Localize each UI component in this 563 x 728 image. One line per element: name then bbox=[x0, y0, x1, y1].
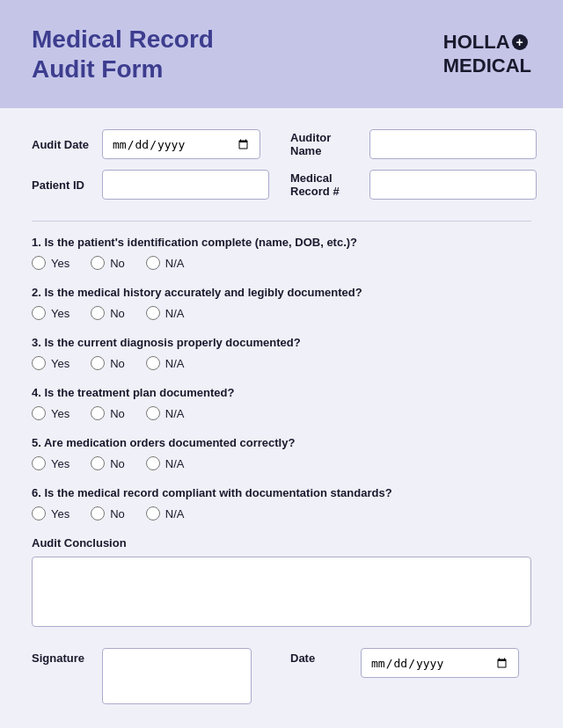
title-line1: Medical Record bbox=[32, 25, 214, 55]
q4-na-option[interactable]: N/A bbox=[146, 406, 185, 420]
q2-na-label: N/A bbox=[165, 307, 185, 320]
question-6-block: 6. Is the medical record compliant with … bbox=[32, 486, 531, 521]
audit-date-row: Audit Date bbox=[32, 129, 269, 159]
q2-no-label: No bbox=[110, 307, 125, 320]
q2-na-radio[interactable] bbox=[146, 306, 160, 320]
audit-date-input[interactable] bbox=[102, 129, 260, 159]
question-5-block: 5. Are medication orders documented corr… bbox=[32, 436, 531, 470]
q5-no-radio[interactable] bbox=[91, 456, 105, 470]
q1-no-option[interactable]: No bbox=[91, 256, 125, 270]
q1-no-radio[interactable] bbox=[91, 256, 105, 270]
q6-no-option[interactable]: No bbox=[91, 506, 125, 521]
question-2-block: 2. Is the medical history accurately and… bbox=[32, 286, 531, 320]
question-6-text: 6. Is the medical record compliant with … bbox=[32, 486, 531, 499]
q6-yes-label: Yes bbox=[51, 507, 69, 521]
q1-no-label: No bbox=[110, 257, 125, 270]
q5-yes-option[interactable]: Yes bbox=[32, 456, 69, 470]
q4-no-radio[interactable] bbox=[91, 406, 105, 420]
q4-na-radio[interactable] bbox=[146, 406, 160, 420]
q6-yes-option[interactable]: Yes bbox=[32, 506, 69, 521]
patient-id-label: Patient ID bbox=[32, 178, 93, 192]
signature-label: Signature bbox=[32, 648, 93, 665]
q1-yes-radio[interactable] bbox=[32, 256, 46, 270]
q1-yes-label: Yes bbox=[51, 257, 69, 270]
q2-yes-label: Yes bbox=[51, 307, 69, 320]
medical-record-input[interactable] bbox=[369, 170, 537, 200]
auditor-name-label: Auditor Name bbox=[290, 131, 361, 158]
plus-icon: + bbox=[512, 34, 528, 50]
q4-yes-radio[interactable] bbox=[32, 406, 46, 420]
question-3-options: Yes No N/A bbox=[32, 356, 531, 370]
question-1-options: Yes No N/A bbox=[32, 256, 531, 270]
q5-na-radio[interactable] bbox=[146, 456, 160, 470]
q3-no-label: No bbox=[110, 357, 125, 370]
q5-yes-label: Yes bbox=[51, 457, 69, 470]
q5-yes-radio[interactable] bbox=[32, 456, 46, 470]
question-1-block: 1. Is the patient's identification compl… bbox=[32, 236, 531, 270]
q1-na-option[interactable]: N/A bbox=[146, 256, 185, 270]
q3-na-radio[interactable] bbox=[146, 356, 160, 370]
question-4-block: 4. Is the treatment plan documented? Yes… bbox=[32, 386, 531, 420]
bottom-date-input[interactable] bbox=[361, 648, 519, 678]
q1-na-radio[interactable] bbox=[146, 256, 160, 270]
medical-record-row: Medical Record # bbox=[290, 170, 537, 200]
q5-na-option[interactable]: N/A bbox=[146, 456, 185, 470]
auditor-name-input[interactable] bbox=[369, 129, 537, 159]
question-1-text: 1. Is the patient's identification compl… bbox=[32, 236, 531, 249]
q6-na-radio[interactable] bbox=[146, 506, 160, 521]
q4-yes-option[interactable]: Yes bbox=[32, 406, 69, 420]
q4-na-label: N/A bbox=[165, 407, 185, 420]
q6-no-label: No bbox=[110, 507, 125, 521]
title-line2: Audit Form bbox=[32, 55, 214, 84]
question-4-options: Yes No N/A bbox=[32, 406, 531, 420]
patient-id-input[interactable] bbox=[102, 170, 269, 200]
q2-na-option[interactable]: N/A bbox=[146, 306, 185, 320]
question-3-block: 3. Is the current diagnosis properly doc… bbox=[32, 336, 531, 370]
conclusion-section: Audit Conclusion bbox=[32, 536, 531, 630]
auditor-name-row: Auditor Name bbox=[290, 129, 537, 159]
audit-date-label: Audit Date bbox=[32, 138, 93, 151]
question-2-options: Yes No N/A bbox=[32, 306, 531, 320]
q3-no-option[interactable]: No bbox=[91, 356, 125, 370]
question-6-options: Yes No N/A bbox=[32, 506, 531, 521]
q3-yes-option[interactable]: Yes bbox=[32, 356, 69, 370]
q3-yes-radio[interactable] bbox=[32, 356, 46, 370]
q2-yes-option[interactable]: Yes bbox=[32, 306, 69, 320]
q6-no-radio[interactable] bbox=[91, 506, 105, 521]
questions-section: 1. Is the patient's identification compl… bbox=[32, 236, 531, 521]
bottom-date-group: Date bbox=[290, 648, 519, 678]
q1-yes-option[interactable]: Yes bbox=[32, 256, 69, 270]
q6-yes-radio[interactable] bbox=[32, 506, 46, 521]
divider bbox=[32, 221, 531, 222]
patient-id-row: Patient ID bbox=[32, 170, 269, 200]
question-2-text: 2. Is the medical history accurately and… bbox=[32, 286, 531, 299]
logo-row1: HOLLA + bbox=[443, 31, 531, 54]
medical-record-label: Medical Record # bbox=[290, 171, 361, 199]
q4-no-option[interactable]: No bbox=[91, 406, 125, 420]
q2-no-radio[interactable] bbox=[91, 306, 105, 320]
q1-na-label: N/A bbox=[165, 257, 185, 270]
conclusion-textarea[interactable] bbox=[32, 557, 531, 627]
page-title: Medical Record Audit Form bbox=[32, 25, 214, 84]
signature-box[interactable] bbox=[102, 648, 252, 704]
header: Medical Record Audit Form HOLLA + MEDICA… bbox=[0, 0, 563, 108]
q6-na-option[interactable]: N/A bbox=[146, 506, 185, 521]
q5-na-label: N/A bbox=[165, 457, 185, 470]
q2-yes-radio[interactable] bbox=[32, 306, 46, 320]
q4-no-label: No bbox=[110, 407, 125, 420]
question-3-text: 3. Is the current diagnosis properly doc… bbox=[32, 336, 531, 349]
conclusion-label: Audit Conclusion bbox=[32, 536, 531, 550]
q3-yes-label: Yes bbox=[51, 357, 69, 370]
q6-na-label: N/A bbox=[165, 507, 185, 521]
q2-no-option[interactable]: No bbox=[91, 306, 125, 320]
q5-no-option[interactable]: No bbox=[91, 456, 125, 470]
logo-text: HOLLA + MEDICAL bbox=[443, 31, 531, 77]
q3-na-option[interactable]: N/A bbox=[146, 356, 185, 370]
logo: HOLLA + MEDICAL bbox=[443, 31, 531, 77]
signature-group: Signature bbox=[32, 648, 252, 704]
q3-no-radio[interactable] bbox=[91, 356, 105, 370]
q4-yes-label: Yes bbox=[51, 407, 69, 420]
form-body: Audit Date Auditor Name Patient ID Medic… bbox=[0, 108, 563, 728]
date-label: Date bbox=[290, 648, 352, 665]
q5-no-label: No bbox=[110, 457, 125, 470]
